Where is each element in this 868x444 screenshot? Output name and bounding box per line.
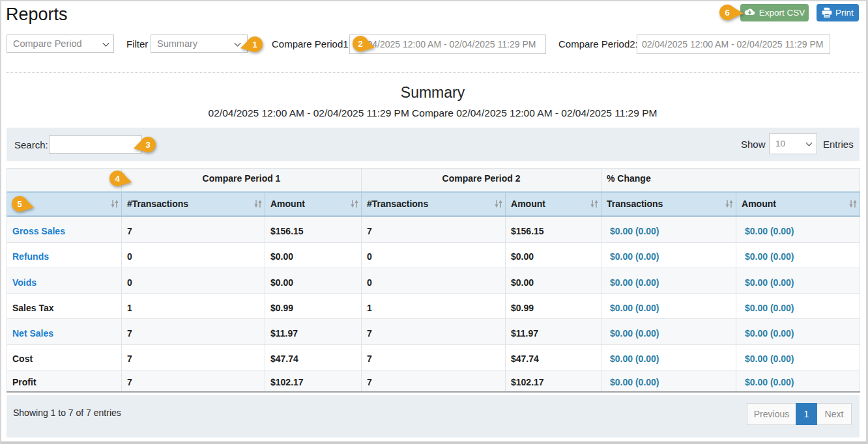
svg-text:6: 6 xyxy=(725,8,730,18)
svg-text:3: 3 xyxy=(145,140,151,150)
svg-text:5: 5 xyxy=(17,199,22,209)
svg-text:1: 1 xyxy=(252,40,257,49)
svg-text:4: 4 xyxy=(115,174,120,184)
svg-text:2: 2 xyxy=(358,39,363,49)
